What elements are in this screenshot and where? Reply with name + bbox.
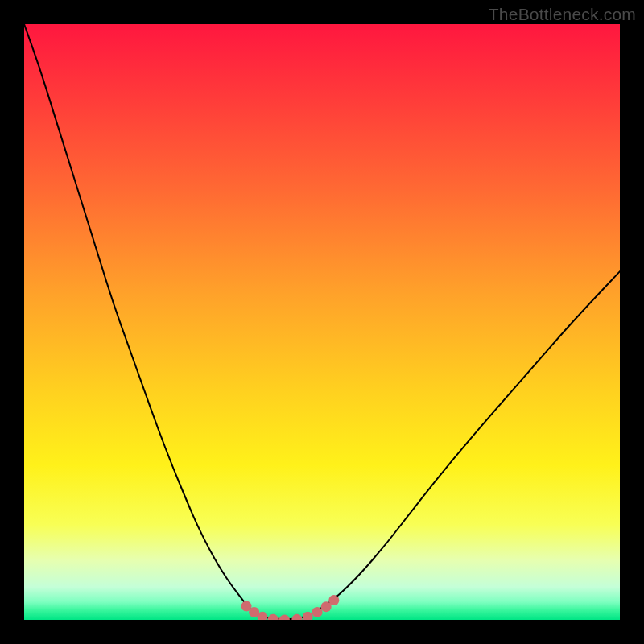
valley-dot: [291, 614, 302, 620]
bottleneck-curve: [24, 24, 620, 619]
valley-dot: [303, 612, 313, 620]
chart-frame: TheBottleneck.com: [0, 0, 644, 644]
valley-highlight-dots: [242, 595, 340, 620]
valley-dot: [312, 607, 323, 617]
chart-curves: [24, 24, 620, 620]
valley-dot: [279, 615, 290, 621]
watermark-text: TheBottleneck.com: [489, 5, 636, 24]
valley-dot: [328, 595, 339, 605]
plot-area: [24, 24, 620, 620]
valley-dot: [268, 614, 279, 620]
